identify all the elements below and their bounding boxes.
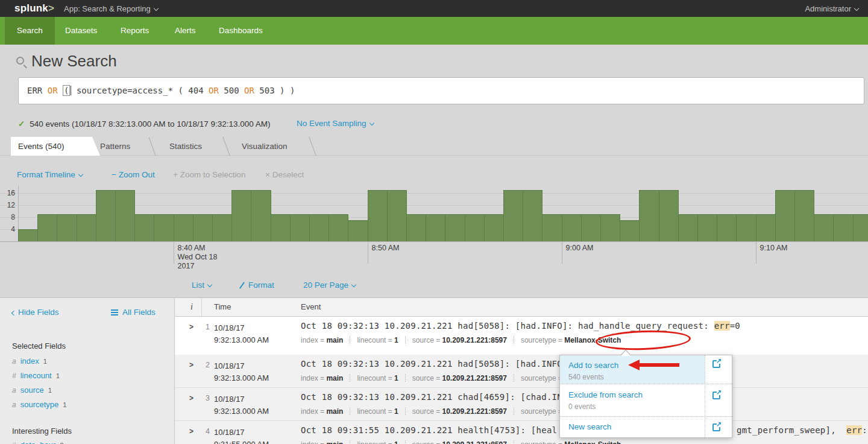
timeline-bar[interactable] <box>154 214 174 241</box>
timeline-bar[interactable] <box>406 214 426 241</box>
timeline-bar[interactable] <box>678 214 698 241</box>
timeline-bar[interactable] <box>290 214 310 241</box>
timeline-bar[interactable] <box>445 214 465 241</box>
timeline-bar[interactable] <box>37 214 57 241</box>
list-view-menu[interactable]: List <box>192 281 212 290</box>
app-menu[interactable]: App: Search & Reporting <box>64 4 158 13</box>
event-timeline-chart[interactable]: 481216 8:40 AM Wed Oct 18 20178:50 AM9:0… <box>0 181 868 268</box>
field-value[interactable]: main <box>326 440 343 444</box>
tab-visualization[interactable]: Visualization <box>242 137 288 156</box>
timeline-bar[interactable] <box>57 214 77 241</box>
expand-row-icon[interactable]: > <box>189 394 193 402</box>
timeline-bar[interactable] <box>600 214 620 241</box>
timeline-bar[interactable] <box>134 214 154 241</box>
deselect-button[interactable]: × Deselect <box>265 170 304 179</box>
field-value[interactable]: 10.209.21.221:8597 <box>442 407 507 416</box>
hide-fields-link[interactable]: Hide Fields <box>12 308 59 317</box>
format-timeline-menu[interactable]: Format Timeline <box>17 170 83 179</box>
timeline-bar[interactable] <box>736 214 756 241</box>
timeline-bar[interactable] <box>756 214 776 241</box>
field-value[interactable]: 10.209.21.221:8597 <box>442 336 507 344</box>
field-value[interactable]: main <box>326 336 343 344</box>
field-value[interactable]: 1 <box>394 440 398 444</box>
open-in-new-window-icon[interactable] <box>712 392 720 399</box>
timeline-bar[interactable] <box>581 214 601 241</box>
nav-item-datasets[interactable]: Datasets <box>53 17 109 45</box>
zoom-out-button[interactable]: − Zoom Out <box>112 170 155 179</box>
timeline-bar[interactable] <box>309 214 329 241</box>
field-value[interactable]: 1 <box>394 336 398 344</box>
timeline-bar[interactable] <box>814 214 834 241</box>
format-button[interactable]: Format <box>238 281 274 290</box>
timeline-bar[interactable] <box>523 190 542 241</box>
timeline-bar[interactable] <box>503 190 523 241</box>
timeline-bar[interactable] <box>794 190 814 241</box>
timeline-bar[interactable] <box>251 190 271 241</box>
field-value[interactable]: Mellanox-Switch <box>564 440 621 444</box>
timeline-bar[interactable] <box>231 190 251 241</box>
field-value[interactable]: 1 <box>394 374 398 382</box>
field-value[interactable]: 1 <box>394 407 398 416</box>
timeline-bar[interactable] <box>775 190 795 241</box>
timeline-bar[interactable] <box>833 214 853 241</box>
timeline-bar[interactable] <box>697 214 717 241</box>
search-input[interactable]: ERR OR ( sourcetype=access_* ( 404 OR 50… <box>18 77 864 104</box>
timeline-bar[interactable] <box>562 214 582 241</box>
timeline-bar[interactable] <box>465 214 485 241</box>
field-value[interactable]: 10.209.21.221:8597 <box>442 440 507 444</box>
timeline-bar[interactable] <box>115 190 135 241</box>
timeline-bar[interactable] <box>212 214 232 241</box>
timeline-bar[interactable] <box>77 214 96 241</box>
field-value[interactable]: main <box>326 374 343 382</box>
expand-row-icon[interactable]: > <box>189 427 193 436</box>
field-sourcetype[interactable]: asourcetype1 <box>12 400 67 409</box>
timeline-bar[interactable] <box>639 190 659 241</box>
field-value[interactable]: main <box>326 407 343 416</box>
timeline-bar[interactable] <box>853 214 868 241</box>
timeline-bar[interactable] <box>174 214 193 241</box>
open-in-new-window-icon[interactable] <box>712 423 720 431</box>
per-page-menu[interactable]: 20 Per Page <box>303 281 356 290</box>
user-menu[interactable]: Administrator <box>805 4 858 13</box>
field-source[interactable]: asource1 <box>12 385 52 395</box>
timeline-bar[interactable] <box>193 214 213 241</box>
timeline-bar[interactable] <box>329 214 348 241</box>
open-in-new-window-icon[interactable] <box>712 360 720 368</box>
tab-statistics[interactable]: Statistics <box>169 137 202 156</box>
timeline-bar[interactable] <box>96 190 116 241</box>
menu-item-exclude-from-search[interactable]: Exclude from search <box>568 390 643 399</box>
timeline-bar[interactable] <box>620 220 640 241</box>
tab-events[interactable]: Events (540) <box>11 137 100 156</box>
menu-item-new-search[interactable]: New search <box>568 422 611 431</box>
field-value[interactable]: 10.209.21.221:8597 <box>442 374 507 382</box>
tab-patterns[interactable]: Patterns <box>100 137 130 156</box>
timeline-bar[interactable] <box>484 214 504 241</box>
timeline-bar[interactable] <box>659 190 679 241</box>
event-sampling-menu[interactable]: No Event Sampling <box>297 119 374 128</box>
field-index[interactable]: aindex1 <box>12 357 47 366</box>
field-type-icon: a <box>12 401 16 409</box>
field-label: sourcetype = <box>521 407 564 416</box>
timeline-bar[interactable] <box>368 190 388 241</box>
timeline-bar[interactable] <box>387 190 407 241</box>
zoom-to-selection-button[interactable]: + Zoom to Selection <box>173 170 245 179</box>
nav-item-search[interactable]: Search <box>5 17 55 45</box>
expand-row-icon[interactable]: > <box>189 361 193 369</box>
timeline-bar[interactable] <box>348 220 368 241</box>
timeline-bar[interactable] <box>542 214 562 241</box>
nav-item-alerts[interactable]: Alerts <box>163 17 208 45</box>
timeline-bar[interactable] <box>717 214 737 241</box>
event-fields[interactable]: index = mainlinecount = 1source = 10.209… <box>301 440 621 444</box>
nav-item-reports[interactable]: Reports <box>108 17 161 45</box>
timeline-bar[interactable] <box>426 214 445 241</box>
timeline-bar[interactable] <box>18 229 38 241</box>
field-date-hour[interactable]: #date_hour2 <box>12 440 64 444</box>
menu-item-add-to-search[interactable]: Add to search <box>568 361 618 370</box>
field-linecount[interactable]: #linecount1 <box>12 371 60 380</box>
event-fields[interactable]: index = mainlinecount = 1source = 10.209… <box>301 336 621 344</box>
expand-row-icon[interactable]: > <box>189 323 193 331</box>
timeline-bar[interactable] <box>271 214 291 241</box>
nav-item-dashboards[interactable]: Dashboards <box>207 17 275 45</box>
splunk-logo[interactable]: splunk> <box>14 2 54 14</box>
all-fields-link[interactable]: All Fields <box>111 308 156 317</box>
